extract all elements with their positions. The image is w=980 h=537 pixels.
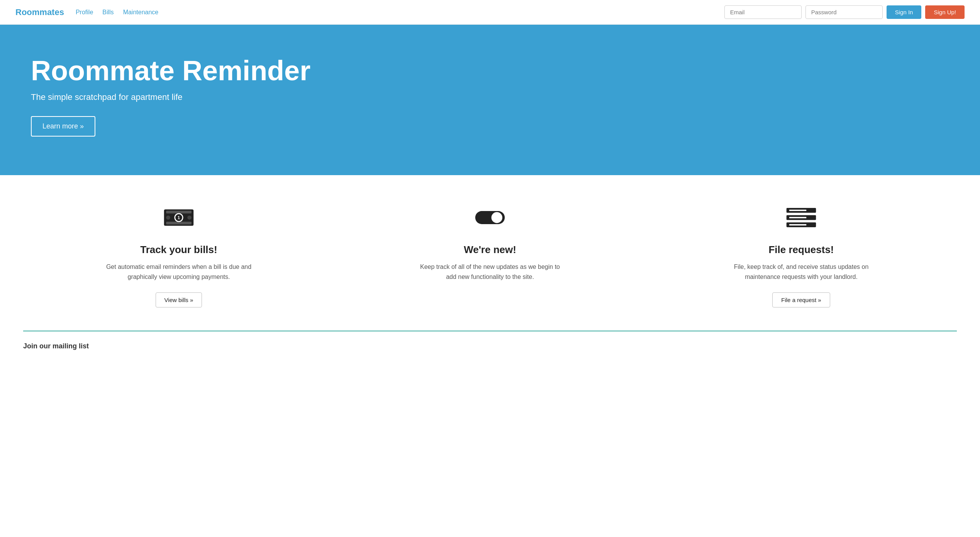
- brand-logo[interactable]: Roommates: [15, 7, 64, 17]
- svg-point-6: [166, 216, 170, 220]
- svg-rect-1: [166, 211, 192, 213]
- nav-link-profile[interactable]: Profile: [76, 9, 93, 16]
- toggle-icon: [475, 202, 505, 233]
- feature-new-title: We're new!: [464, 244, 516, 256]
- feature-bills-title: Track your bills!: [140, 244, 217, 256]
- feature-bills-desc: Get automatic email reminders when a bil…: [105, 262, 252, 282]
- email-input[interactable]: [724, 5, 802, 19]
- divider-section: Join our mailing list: [23, 331, 957, 350]
- features-section: 1 Track your bills! Get automatic email …: [0, 175, 980, 331]
- feature-requests-title: File requests!: [768, 244, 834, 256]
- svg-rect-14: [789, 217, 806, 218]
- nav-link-maintenance[interactable]: Maintenance: [123, 9, 159, 16]
- signin-button[interactable]: Sign In: [887, 5, 922, 19]
- auth-section: Sign In Sign Up!: [724, 5, 965, 19]
- password-input[interactable]: [805, 5, 883, 19]
- feature-new-desc: Keep track of all of the new updates as …: [417, 262, 563, 282]
- feature-requests-desc: File, keep track of, and receive status …: [728, 262, 875, 282]
- svg-text:1: 1: [178, 216, 180, 220]
- hero-subtitle: The simple scratchpad for apartment life: [31, 92, 949, 102]
- hero-title: Roommate Reminder: [31, 56, 949, 86]
- feature-requests: File requests! File, keep track of, and …: [728, 202, 875, 307]
- file-request-button[interactable]: File a request »: [772, 292, 830, 307]
- svg-rect-13: [789, 210, 806, 211]
- nav-links: Profile Bills Maintenance: [76, 9, 724, 16]
- hero-section: Roommate Reminder The simple scratchpad …: [0, 25, 980, 175]
- nav-link-bills[interactable]: Bills: [102, 9, 114, 16]
- list-icon: [786, 202, 817, 233]
- signup-button[interactable]: Sign Up!: [925, 5, 965, 19]
- mailing-list-label: Join our mailing list: [23, 342, 957, 350]
- money-icon: 1: [163, 202, 194, 233]
- svg-rect-2: [166, 222, 192, 225]
- svg-point-9: [492, 212, 502, 223]
- feature-bills: 1 Track your bills! Get automatic email …: [105, 202, 252, 307]
- svg-rect-15: [789, 224, 806, 226]
- navbar: Roommates Profile Bills Maintenance Sign…: [0, 0, 980, 25]
- view-bills-button[interactable]: View bills »: [156, 292, 202, 307]
- svg-point-7: [187, 216, 192, 220]
- feature-new: We're new! Keep track of all of the new …: [417, 202, 563, 307]
- learn-more-button[interactable]: Learn more »: [31, 116, 95, 137]
